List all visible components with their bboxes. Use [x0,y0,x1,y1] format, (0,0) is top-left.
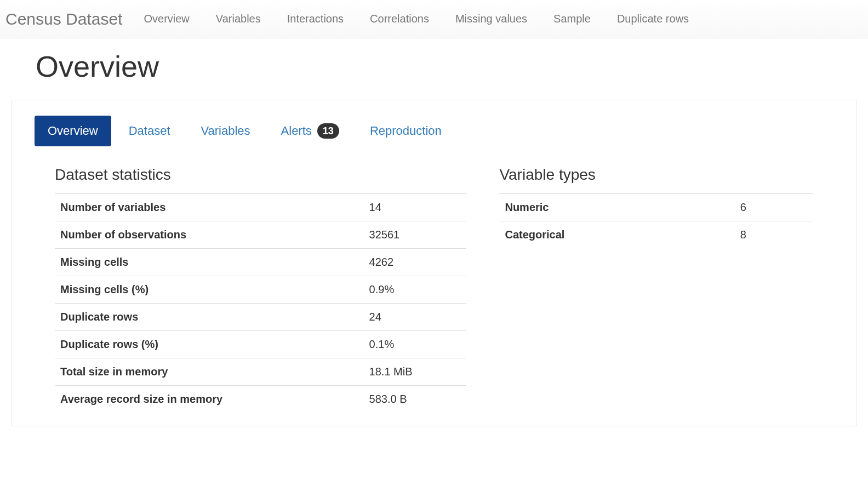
stat-label: Categorical [499,221,734,249]
tab-dataset[interactable]: Dataset [116,116,184,146]
nav-items: Overview Variables Interactions Correlat… [130,1,702,37]
stat-value: 18.1 MiB [364,358,467,386]
table-row: Number of observations 32561 [55,221,466,249]
content-box: Overview Dataset Variables Alerts 13 Rep… [11,100,857,426]
nav-item-variables[interactable]: Variables [203,1,274,37]
table-row: Missing cells 4262 [55,249,466,276]
stat-label: Number of variables [55,194,364,221]
nav-item-sample[interactable]: Sample [540,1,604,37]
navbar: Census Dataset Overview Variables Intera… [0,0,868,38]
variable-types-table: Numeric 6 Categorical 8 [499,193,813,248]
nav-item-interactions[interactable]: Interactions [274,1,357,37]
variable-types-title: Variable types [499,166,813,184]
stat-value: 0.9% [364,276,467,304]
stat-value: 24 [364,304,467,331]
table-row: Missing cells (%) 0.9% [55,276,466,304]
tab-label: Reproduction [370,124,442,138]
nav-item-correlations[interactable]: Correlations [357,1,442,37]
table-row: Average record size in memory 583.0 B [55,386,466,413]
stat-label: Duplicate rows (%) [55,331,364,358]
table-row: Duplicate rows 24 [55,304,466,331]
stat-value: 6 [735,194,813,221]
dataset-statistics-table: Number of variables 14 Number of observa… [55,193,466,413]
tab-alerts[interactable]: Alerts 13 [268,116,352,146]
table-row: Number of variables 14 [55,194,466,221]
tab-variables[interactable]: Variables [188,116,264,146]
table-row: Numeric 6 [499,194,813,221]
tab-label: Variables [201,124,250,138]
nav-item-overview[interactable]: Overview [130,1,202,37]
tab-label: Overview [48,124,98,138]
stat-value: 8 [735,221,813,249]
dataset-statistics-title: Dataset statistics [55,166,466,184]
nav-item-duplicate-rows[interactable]: Duplicate rows [604,1,702,37]
stat-label: Total size in memory [55,358,364,386]
stat-label: Average record size in memory [55,386,364,413]
table-row: Total size in memory 18.1 MiB [55,358,466,386]
stat-label: Missing cells [55,249,364,276]
tab-reproduction[interactable]: Reproduction [357,116,455,146]
tab-label: Alerts [281,124,312,138]
alerts-badge: 13 [317,123,339,139]
overview-columns: Dataset statistics Number of variables 1… [25,166,843,413]
dataset-statistics-column: Dataset statistics Number of variables 1… [55,166,466,413]
stat-value: 14 [364,194,467,221]
table-row: Duplicate rows (%) 0.1% [55,331,466,358]
nav-item-missing-values[interactable]: Missing values [442,1,540,37]
stat-label: Missing cells (%) [55,276,364,304]
stat-value: 4262 [364,249,467,276]
table-row: Categorical 8 [499,221,813,249]
tabs: Overview Dataset Variables Alerts 13 Rep… [35,116,843,146]
stat-label: Numeric [499,194,734,221]
stat-value: 32561 [364,221,467,249]
stat-value: 0.1% [364,331,467,358]
variable-types-column: Variable types Numeric 6 Categorical 8 [499,166,813,413]
page-title: Overview [36,49,868,83]
tab-label: Dataset [129,124,170,138]
stat-label: Number of observations [55,221,364,249]
tab-overview[interactable]: Overview [35,116,111,146]
navbar-brand[interactable]: Census Dataset [5,10,130,28]
stat-value: 583.0 B [364,386,467,413]
stat-label: Duplicate rows [55,304,364,331]
